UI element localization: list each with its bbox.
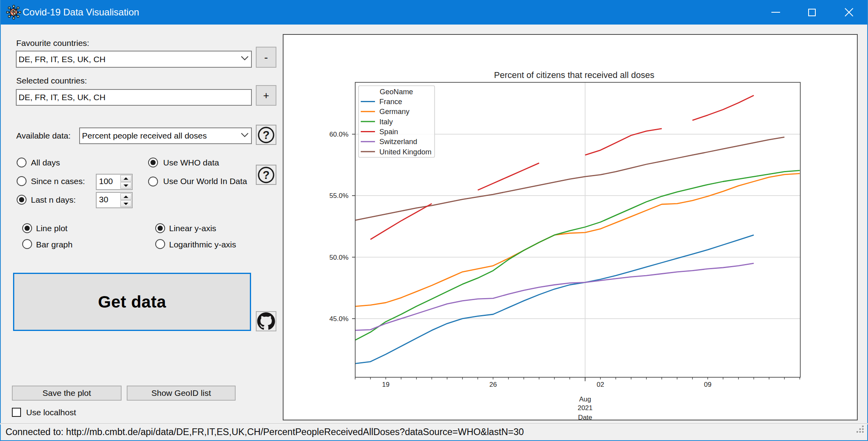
svg-text:19: 19 [382,381,390,388]
svg-text:02: 02 [597,381,604,388]
svg-text:Germany: Germany [379,107,410,116]
svg-text:?: ? [263,169,270,181]
svg-text:26: 26 [489,381,497,388]
svg-text:United Kingdom: United Kingdom [379,148,432,156]
svg-text:09: 09 [704,381,712,388]
svg-text:2021: 2021 [578,404,593,412]
svg-text:France: France [379,97,402,106]
svg-text:Spain: Spain [379,127,398,136]
svg-text:?: ? [263,129,270,141]
svg-text:Aug: Aug [579,395,591,403]
svg-text:55.0%: 55.0% [329,192,348,200]
svg-text:GeoName: GeoName [380,87,413,96]
svg-text:50.0%: 50.0% [329,254,348,261]
svg-text:Date: Date [578,414,592,420]
svg-text:Switzerland: Switzerland [379,137,417,146]
svg-text:60.0%: 60.0% [329,131,348,138]
svg-text:45.0%: 45.0% [329,315,348,323]
svg-text:Italy: Italy [379,118,393,126]
svg-text:Percent of citizens that recei: Percent of citizens that received all do… [494,70,655,80]
